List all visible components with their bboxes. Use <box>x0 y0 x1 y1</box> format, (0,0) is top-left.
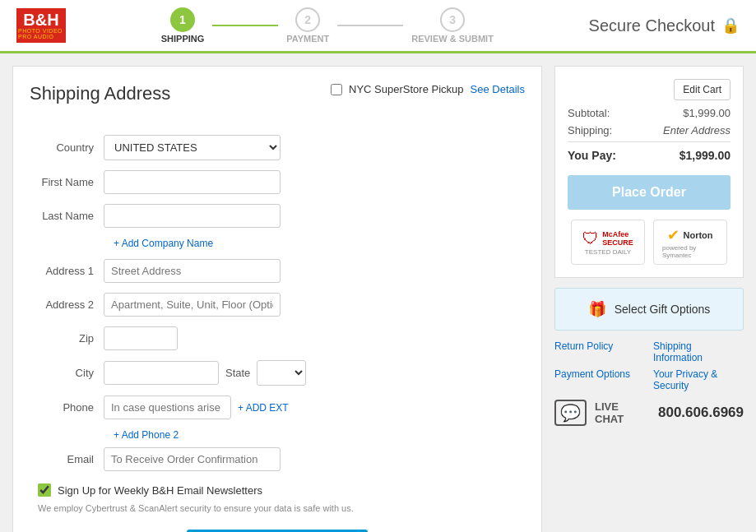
live-chat: 💬 LIVE CHAT 800.606.6969 <box>554 400 744 426</box>
shipping-form: Country UNITED STATES CANADA UNITED KING… <box>30 123 525 532</box>
page-title: Shipping Address <box>30 83 170 104</box>
mcafee-text: McAfee SECURE <box>602 230 633 247</box>
step-review-label: REVIEW & SUBMIT <box>411 34 494 44</box>
phone-label: Phone <box>30 401 104 414</box>
address2-label: Address 2 <box>30 298 104 311</box>
gift-options-panel[interactable]: 🎁 Select Gift Options <box>554 288 744 331</box>
add-ext-link[interactable]: + ADD EXT <box>238 402 289 414</box>
norton-check-icon: ✔ <box>667 226 679 244</box>
chat-icon: 💬 <box>554 400 587 426</box>
address2-input[interactable] <box>104 293 281 317</box>
order-summary: Edit Cart Subtotal: $1,999.00 Shipping: … <box>554 66 744 278</box>
norton-badge: ✔ Norton powered by Symantec <box>653 220 727 265</box>
step-payment-circle: 2 <box>295 7 320 32</box>
zip-label: Zip <box>30 332 104 345</box>
security-note: We employ Cybertrust & ScanAlert securit… <box>30 503 525 513</box>
payment-options-link[interactable]: Payment Options <box>554 368 645 391</box>
shipping-info-link[interactable]: Shipping Information <box>653 340 744 363</box>
logo[interactable]: B&H PHOTO VIDEO PRO AUDIO <box>16 8 66 43</box>
you-pay-value: $1,999.00 <box>679 149 730 162</box>
nyc-pickup-checkbox[interactable] <box>331 84 342 95</box>
address1-row: Address 1 <box>30 259 525 283</box>
logo-sub-text: PHOTO VIDEO PRO AUDIO <box>18 28 64 39</box>
country-label: Country <box>30 141 104 154</box>
step-review-circle: 3 <box>440 7 465 32</box>
step-shipping-label: SHIPPING <box>161 34 205 44</box>
mcafee-name: McAfee <box>602 230 633 238</box>
add-phone-link[interactable]: + Add Phone 2 <box>30 429 525 441</box>
newsletter-label: Sign Up for Weekly B&H Email Newsletters <box>58 484 262 497</box>
zip-input[interactable] <box>104 326 178 350</box>
see-details-link[interactable]: See Details <box>471 83 525 95</box>
shipping-row: Shipping: Enter Address <box>568 124 730 136</box>
shipping-form-panel: Shipping Address NYC SuperStore Pickup S… <box>12 66 542 532</box>
country-select[interactable]: UNITED STATES CANADA UNITED KINGDOM <box>104 135 281 160</box>
return-policy-link[interactable]: Return Policy <box>554 340 645 363</box>
address1-label: Address 1 <box>30 265 104 277</box>
phone-input[interactable] <box>104 396 231 419</box>
secure-checkout: Secure Checkout 🔒 <box>589 16 740 35</box>
mcafee-shield-icon: 🛡 <box>582 229 599 248</box>
shipping-label: Shipping: <box>568 124 612 136</box>
edit-cart-button[interactable]: Edit Cart <box>674 79 730 100</box>
subtotal-row: Subtotal: $1,999.00 <box>568 107 730 119</box>
add-company-link[interactable]: + Add Company Name <box>30 238 525 249</box>
step-line-1 <box>212 25 278 26</box>
gift-icon: 🎁 <box>588 300 606 318</box>
header: B&H PHOTO VIDEO PRO AUDIO 1 SHIPPING 2 P… <box>0 0 756 53</box>
country-row: Country UNITED STATES CANADA UNITED KING… <box>30 135 525 160</box>
step-shipping-content: 1 SHIPPING <box>161 7 205 44</box>
you-pay-row: You Pay: $1,999.00 <box>568 141 730 162</box>
email-input[interactable] <box>104 447 281 471</box>
logo-bh-text: B&H <box>23 12 58 28</box>
right-panel: Edit Cart Subtotal: $1,999.00 Shipping: … <box>554 66 744 532</box>
last-name-row: Last Name <box>30 204 525 228</box>
norton-text: Norton <box>683 230 712 240</box>
step-shipping: 1 SHIPPING <box>157 7 209 44</box>
gift-options-label: Select Gift Options <box>615 303 711 316</box>
nyc-pickup-label: NYC SuperStore Pickup <box>349 83 463 95</box>
newsletter-checkbox[interactable] <box>38 483 51 497</box>
step-review-content: 3 REVIEW & SUBMIT <box>411 7 494 44</box>
mcafee-badge: 🛡 McAfee SECURE TESTED DAILY <box>571 220 645 265</box>
privacy-security-link[interactable]: Your Privacy & Security <box>653 368 744 391</box>
norton-name: Norton <box>683 230 712 240</box>
security-badges: 🛡 McAfee SECURE TESTED DAILY ✔ Norton <box>568 220 730 265</box>
city-input[interactable] <box>104 361 219 385</box>
checkout-steps: 1 SHIPPING 2 PAYMENT 3 REVIEW & SUBMIT <box>66 7 589 44</box>
you-pay-label: You Pay: <box>568 149 616 162</box>
state-label-text: State <box>225 367 250 379</box>
step-payment: 2 PAYMENT <box>282 7 333 44</box>
city-state-inputs: State NYCATX <box>104 360 306 386</box>
last-name-input[interactable] <box>104 204 281 228</box>
step-payment-content: 2 PAYMENT <box>286 7 329 44</box>
main-content: Shipping Address NYC SuperStore Pickup S… <box>0 53 756 532</box>
address1-input[interactable] <box>104 259 281 283</box>
phone-row: Phone + ADD EXT <box>30 396 525 419</box>
first-name-input[interactable] <box>104 170 281 194</box>
edit-cart-bar: Edit Cart <box>568 79 730 100</box>
zip-row: Zip <box>30 326 525 350</box>
mcafee-secure: SECURE <box>602 238 633 247</box>
shipping-value: Enter Address <box>663 124 730 136</box>
place-order-button[interactable]: Place Order <box>568 175 730 210</box>
step-review: 3 REVIEW & SUBMIT <box>407 7 498 44</box>
subtotal-label: Subtotal: <box>568 107 610 119</box>
address2-row: Address 2 <box>30 293 525 317</box>
secure-checkout-text: Secure Checkout <box>589 16 715 35</box>
live-chat-label: LIVE CHAT <box>595 400 650 425</box>
step-shipping-circle: 1 <box>170 7 195 32</box>
newsletter-row: Sign Up for Weekly B&H Email Newsletters <box>30 483 525 497</box>
subtotal-value: $1,999.00 <box>683 107 730 119</box>
mcafee-tested: TESTED DAILY <box>585 248 631 256</box>
last-name-label: Last Name <box>30 210 104 222</box>
nyc-pickup-bar: NYC SuperStore Pickup See Details <box>331 83 525 95</box>
step-payment-label: PAYMENT <box>286 34 329 44</box>
state-select[interactable]: NYCATX <box>257 360 306 386</box>
email-row: Email <box>30 447 525 471</box>
links-section: Return Policy Shipping Information Payme… <box>554 340 744 426</box>
city-state-row: City State NYCATX <box>30 360 525 386</box>
city-label: City <box>30 367 104 379</box>
links-grid: Return Policy Shipping Information Payme… <box>554 340 744 391</box>
first-name-label: First Name <box>30 176 104 188</box>
